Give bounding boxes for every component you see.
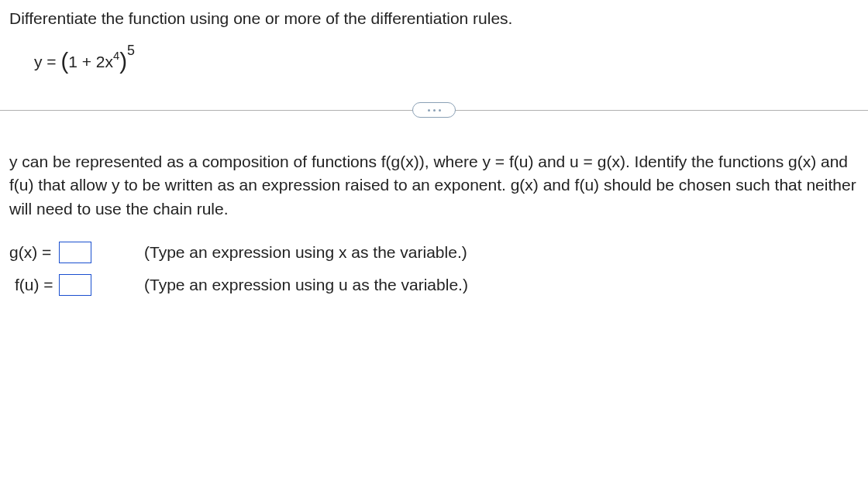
question-text: y can be represented as a composition of… [0, 150, 868, 221]
equation-outer-exp: 5 [127, 43, 135, 58]
prompt-text: Differentiate the function using one or … [0, 9, 868, 28]
equation-y-eq: y = [34, 53, 60, 70]
equation-inner-exp: 4 [113, 50, 119, 62]
equation-paren-close: ) [119, 48, 127, 74]
equation-inner: 1 + 2x [68, 53, 113, 70]
equation-paren-open: ( [60, 48, 68, 74]
gx-label: g(x) = [9, 243, 59, 262]
answer-row-fu: f(u) = (Type an expression using u as th… [9, 272, 859, 298]
collapse-toggle-button[interactable] [412, 102, 456, 118]
answers-block: g(x) = (Type an expression using x as th… [0, 239, 868, 298]
gx-hint: (Type an expression using x as the varia… [144, 243, 859, 262]
fu-input[interactable] [59, 274, 91, 296]
fu-hint: (Type an expression using u as the varia… [144, 276, 859, 294]
equation-display: y = (1 + 2x4)5 [0, 46, 868, 73]
ellipsis-icon [428, 109, 441, 112]
divider-row [0, 101, 868, 119]
gx-input[interactable] [59, 242, 91, 263]
answer-row-gx: g(x) = (Type an expression using x as th… [9, 239, 859, 266]
fu-label: f(u) = [9, 276, 59, 294]
